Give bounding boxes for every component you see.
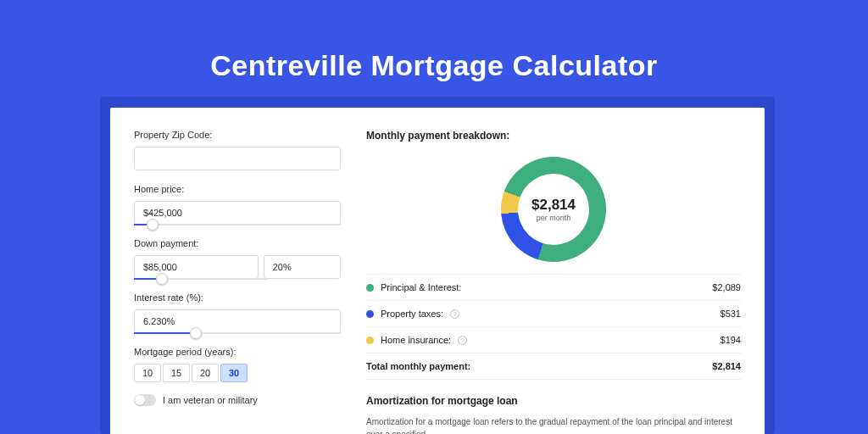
down-payment-amount-input[interactable] bbox=[134, 255, 259, 279]
slider-thumb[interactable] bbox=[156, 273, 168, 285]
donut-center: $2,814 per month bbox=[518, 174, 589, 245]
field-home-price: Home price: bbox=[134, 184, 341, 225]
breakdown-label: Principal & Interest: bbox=[381, 282, 461, 292]
breakdown-value: $531 bbox=[721, 309, 741, 319]
breakdown-row: Principal & Interest:$2,089 bbox=[366, 275, 741, 301]
field-period: Mortgage period (years): 10152030 bbox=[134, 347, 341, 382]
zip-input[interactable] bbox=[134, 147, 341, 170]
period-button-15[interactable]: 15 bbox=[163, 364, 190, 382]
amortization-title: Amortization for mortgage loan bbox=[366, 395, 741, 407]
legend-dot bbox=[366, 310, 374, 318]
calculator-card: Property Zip Code: Home price: Down paym… bbox=[110, 108, 765, 434]
info-icon[interactable]: ? bbox=[458, 336, 467, 345]
period-group: 10152030 bbox=[134, 364, 341, 382]
field-down-payment: Down payment: bbox=[134, 238, 341, 279]
total-label: Total monthly payment: bbox=[366, 361, 470, 371]
period-button-30[interactable]: 30 bbox=[220, 364, 248, 382]
down-payment-percent-input[interactable] bbox=[264, 255, 341, 279]
inputs-panel: Property Zip Code: Home price: Down paym… bbox=[134, 130, 341, 434]
amortization-section: Amortization for mortgage loan Amortizat… bbox=[366, 395, 741, 434]
breakdown-rows: Principal & Interest:$2,089Property taxe… bbox=[366, 274, 741, 380]
period-label: Mortgage period (years): bbox=[134, 347, 341, 357]
breakdown-row: Home insurance:?$194 bbox=[366, 327, 741, 353]
breakdown-total-row: Total monthly payment:$2,814 bbox=[366, 353, 741, 380]
results-panel: Monthly payment breakdown: $2,814 per mo… bbox=[366, 130, 741, 434]
breakdown-title: Monthly payment breakdown: bbox=[366, 130, 741, 142]
legend-dot bbox=[366, 337, 374, 344]
interest-rate-slider[interactable] bbox=[134, 332, 341, 334]
donut-caption: per month bbox=[537, 214, 571, 222]
amortization-text: Amortization for a mortgage loan refers … bbox=[366, 415, 741, 434]
down-payment-label: Down payment: bbox=[134, 238, 341, 248]
breakdown-value: $2,089 bbox=[712, 282, 741, 292]
home-price-input[interactable] bbox=[134, 201, 341, 225]
period-button-10[interactable]: 10 bbox=[134, 364, 161, 382]
zip-label: Property Zip Code: bbox=[134, 130, 341, 140]
veteran-label: I am veteran or military bbox=[163, 395, 258, 405]
donut-amount: $2,814 bbox=[531, 197, 576, 214]
interest-rate-input[interactable] bbox=[134, 309, 341, 333]
period-button-20[interactable]: 20 bbox=[192, 364, 219, 382]
legend-dot bbox=[366, 284, 374, 292]
breakdown-label: Property taxes: bbox=[381, 309, 443, 319]
page-title: Centreville Mortgage Calculator bbox=[0, 0, 868, 82]
slider-thumb[interactable] bbox=[147, 219, 159, 231]
home-price-slider[interactable] bbox=[134, 224, 341, 225]
info-icon[interactable]: ? bbox=[450, 309, 459, 319]
down-payment-slider[interactable] bbox=[134, 278, 268, 280]
veteran-toggle[interactable] bbox=[134, 394, 156, 406]
payment-donut-chart: $2,814 per month bbox=[501, 157, 606, 262]
breakdown-value: $194 bbox=[721, 335, 741, 345]
field-zip: Property Zip Code: bbox=[134, 130, 341, 170]
total-value: $2,814 bbox=[712, 361, 741, 371]
veteran-row: I am veteran or military bbox=[134, 394, 341, 406]
breakdown-row: Property taxes:?$531 bbox=[366, 301, 741, 327]
field-interest-rate: Interest rate (%): bbox=[134, 292, 341, 333]
home-price-label: Home price: bbox=[134, 184, 341, 194]
slider-thumb[interactable] bbox=[190, 327, 202, 339]
interest-rate-label: Interest rate (%): bbox=[134, 292, 341, 303]
breakdown-label: Home insurance: bbox=[381, 335, 451, 345]
